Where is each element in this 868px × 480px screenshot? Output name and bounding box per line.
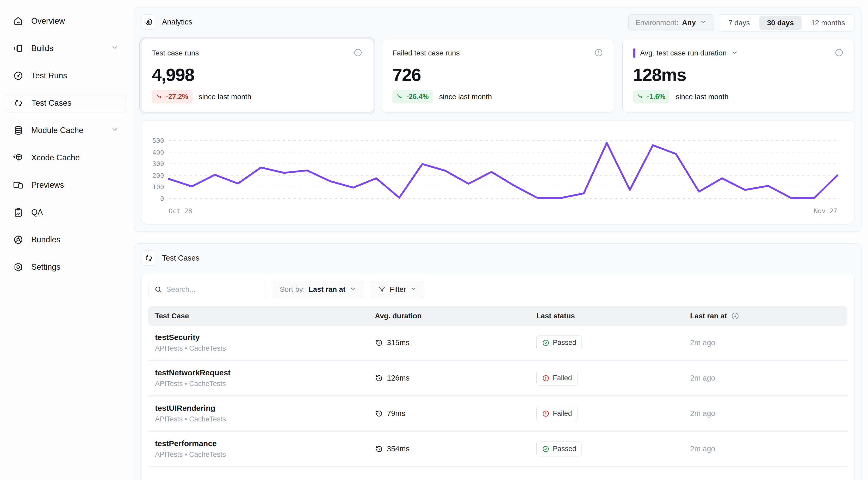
trend-down-icon [397, 93, 404, 101]
table-row[interactable]: testSecurity APITests • CacheTests 315ms… [148, 325, 847, 361]
stat-card-avg-duration[interactable]: Avg. test case run duration 128ms -1.6% … [622, 39, 855, 112]
status-badge: Failed [536, 371, 578, 385]
duration-value: 354ms [387, 445, 409, 453]
sidebar-item-label: Module Cache [31, 126, 83, 135]
sidebar-item-label: Overview [31, 16, 65, 26]
stat-label: Failed test case runs [392, 49, 460, 57]
chevron-down-icon [111, 43, 119, 54]
svg-text:500: 500 [152, 137, 164, 144]
alert-circle-icon [542, 374, 550, 382]
info-icon[interactable] [353, 48, 363, 58]
sidebar-item-previews[interactable]: Previews [6, 176, 126, 194]
delta-badge: -1.6% [633, 90, 670, 103]
arrow-down-circle-icon [731, 312, 740, 320]
chevron-down-icon[interactable] [731, 49, 739, 58]
stat-card-failed-runs[interactable]: Failed test case runs 726 -26.4% since l… [382, 39, 614, 112]
sidebar-item-xcode-cache[interactable]: Xcode Cache [6, 149, 126, 167]
search-box [148, 281, 266, 298]
test-cases-card: Sort by: Last ran at Filter Test Case Av… [141, 273, 855, 480]
search-icon [154, 285, 162, 294]
cube-speed-icon [12, 152, 24, 164]
filter-button[interactable]: Filter [371, 281, 424, 298]
test-cases-panel: Test Cases Sort by: Last ran at Filter [134, 243, 862, 480]
sort-button[interactable]: Sort by: Last ran at [273, 281, 364, 298]
search-input[interactable] [166, 285, 260, 294]
sidebar-item-bundles[interactable]: Bundles [6, 231, 126, 249]
sidebar-item-qa[interactable]: QA [6, 203, 126, 221]
check-circle-icon [542, 339, 550, 347]
clipboard-check-icon [12, 207, 24, 218]
stat-caption: since last month [439, 93, 492, 101]
col-last-ran[interactable]: Last ran at [690, 312, 841, 320]
test-suite: APITests • CacheTests [155, 380, 375, 388]
test-cases-toolbar: Sort by: Last ran at Filter [148, 281, 847, 298]
repeat-icon [13, 97, 24, 109]
sidebar-item-settings[interactable]: Settings [6, 258, 126, 276]
test-suite: APITests • CacheTests [155, 451, 375, 459]
last-ran-value: 2m ago [690, 374, 841, 382]
trend-down-icon [156, 93, 163, 101]
test-cases-header: Test Cases [141, 250, 855, 266]
table-header: Test Case Avg. duration Last status Last… [148, 306, 847, 325]
test-name: testUIRendering [155, 404, 375, 413]
range-12-months[interactable]: 12 months [803, 16, 853, 30]
info-icon[interactable] [834, 48, 844, 58]
sidebar-item-label: Settings [31, 263, 60, 272]
last-ran-value: 2m ago [690, 338, 841, 347]
table-row[interactable]: testNetworkRequest APITests • CacheTests… [148, 361, 847, 397]
main-content: Analytics Environment: Any 7 days 30 day… [134, 7, 862, 480]
stat-value: 726 [392, 65, 603, 85]
sidebar-item-overview[interactable]: Overview [6, 12, 126, 30]
svg-text:Oct 28: Oct 28 [169, 207, 192, 215]
sort-value: Last ran at [308, 285, 345, 294]
analytics-title: Analytics [162, 18, 192, 26]
sort-label: Sort by: [280, 285, 305, 294]
table-row[interactable]: testUIRendering APITests • CacheTests 79… [148, 397, 847, 432]
stat-caption: since last month [199, 93, 251, 101]
range-30-days[interactable]: 30 days [760, 16, 802, 30]
svg-text:0: 0 [160, 195, 164, 203]
sidebar-item-label: Builds [31, 44, 53, 53]
environment-label: Environment: [636, 19, 678, 27]
sidebar-item-module-cache[interactable]: Module Cache [6, 121, 126, 139]
col-avg-duration: Avg. duration [375, 312, 536, 320]
history-clock-icon [375, 374, 383, 382]
sidebar-item-test-cases[interactable]: Test Cases [6, 94, 126, 112]
sidebar-item-label: QA [31, 208, 43, 217]
stat-label: Test case runs [152, 49, 199, 57]
sidebar-item-test-runs[interactable]: Test Runs [6, 67, 126, 85]
chevron-down-icon [349, 285, 357, 295]
environment-select[interactable]: Environment: Any [628, 14, 714, 31]
col-test-case: Test Case [155, 312, 375, 320]
svg-text:100: 100 [152, 183, 164, 191]
analytics-panel: Analytics Environment: Any 7 days 30 day… [134, 7, 862, 232]
test-cases-icon [141, 250, 156, 266]
table-row-partial [148, 467, 847, 480]
sidebar-item-label: Bundles [31, 235, 60, 244]
stat-label: Avg. test case run duration [640, 49, 727, 57]
chevron-down-icon [409, 285, 417, 295]
range-7-days[interactable]: 7 days [720, 16, 758, 30]
stat-card-test-case-runs[interactable]: Test case runs 4,998 -27.2% since last m… [141, 39, 373, 112]
history-clock-icon [375, 339, 383, 347]
gauge-icon [12, 70, 24, 81]
stat-cards: Test case runs 4,998 -27.2% since last m… [141, 39, 855, 112]
chart-card: 0100200300400500Oct 28Nov 27 [141, 120, 855, 224]
builds-icon [12, 43, 24, 54]
sidebar-item-builds[interactable]: Builds [6, 39, 126, 58]
table-row[interactable]: testPerformance APITests • CacheTests 35… [148, 432, 847, 467]
sidebar: Overview Builds Test Runs Test Cases Mod… [0, 0, 131, 480]
time-range-group: 7 days 30 days 12 months [719, 14, 855, 32]
test-name: testSecurity [155, 333, 375, 342]
info-icon[interactable] [594, 48, 603, 58]
delta-badge: -27.2% [152, 90, 192, 103]
stat-caption: since last month [676, 93, 728, 101]
chevron-down-icon [700, 18, 707, 28]
delta-badge: -26.4% [392, 90, 433, 103]
analytics-icon [141, 14, 156, 29]
status-badge: Passed [536, 335, 582, 350]
stat-value: 128ms [633, 65, 844, 85]
col-last-status: Last status [536, 312, 690, 320]
svg-text:300: 300 [152, 160, 164, 168]
sidebar-item-label: Previews [31, 180, 64, 190]
